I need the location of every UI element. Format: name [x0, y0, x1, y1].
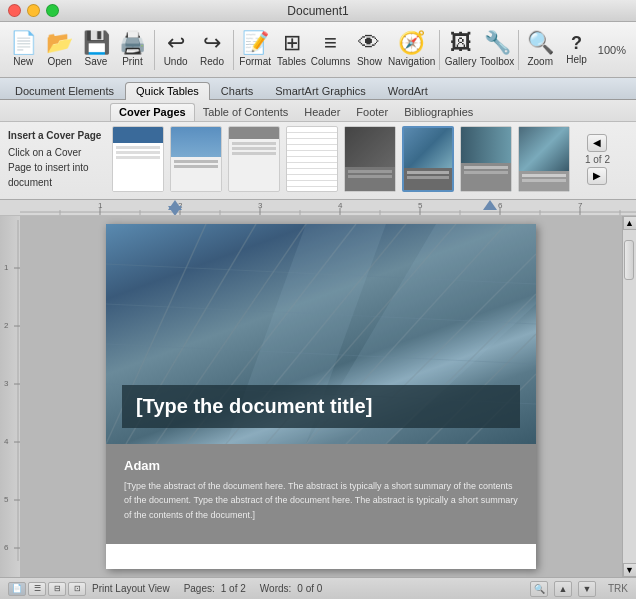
- ribbon-tabs: Document Elements Quick Tables Charts Sm…: [0, 78, 636, 100]
- subtab-bibliographies[interactable]: Bibliographies: [396, 104, 481, 121]
- tab-wordart[interactable]: WordArt: [377, 82, 439, 100]
- svg-text:7: 7: [578, 201, 583, 210]
- gallery-prev-button[interactable]: ◀: [587, 134, 607, 152]
- tab-charts[interactable]: Charts: [210, 82, 264, 100]
- publish-view-button[interactable]: ⊟: [48, 582, 66, 596]
- redo-button[interactable]: ↪ Redo: [195, 26, 229, 74]
- undo-label: Undo: [164, 56, 188, 67]
- gallery-thumb-3[interactable]: [228, 126, 280, 192]
- words-value: 0 of 0: [297, 583, 322, 594]
- undo-button[interactable]: ↩ Undo: [158, 26, 192, 74]
- document-title-overlay: [Type the document title]: [122, 385, 520, 428]
- zoom-label: Zoom: [527, 56, 553, 67]
- help-button[interactable]: ? Help: [559, 26, 593, 74]
- toolbar: 📄 New 📂 Open 💾 Save 🖨️ Print ↩ Undo ↪ Re…: [0, 22, 636, 78]
- focus-view-button[interactable]: ⊡: [68, 582, 86, 596]
- maximize-button[interactable]: [46, 4, 59, 17]
- svg-text:6: 6: [4, 543, 9, 552]
- gallery-icon: 🖼: [450, 32, 472, 54]
- tab-document-elements[interactable]: Document Elements: [4, 82, 125, 100]
- pages-value: 1 of 2: [221, 583, 246, 594]
- columns-button[interactable]: ≡ Columns: [311, 26, 350, 74]
- print-label: Print: [122, 56, 143, 67]
- columns-icon: ≡: [324, 32, 337, 54]
- show-icon: 👁: [358, 32, 380, 54]
- format-icon: 📝: [242, 32, 269, 54]
- help-label: Help: [566, 54, 587, 65]
- toolbox-label: Toolbox: [480, 56, 514, 67]
- save-label: Save: [85, 56, 108, 67]
- svg-text:6: 6: [498, 201, 503, 210]
- document-author: Adam: [124, 458, 518, 473]
- window-title: Document1: [287, 4, 348, 18]
- zoom-button[interactable]: 🔍 Zoom: [523, 26, 557, 74]
- gallery-label: Gallery: [445, 56, 477, 67]
- toolbar-separator-1: [154, 30, 155, 70]
- document-abstract: [Type the abstract of the document here.…: [124, 479, 518, 522]
- gallery-thumb-4[interactable]: [286, 126, 338, 192]
- print-layout-button[interactable]: 📄: [8, 582, 26, 596]
- vertical-ruler: 1 2 3 4 5 6: [0, 216, 20, 577]
- scrollbar-vertical: ▲ ▼: [622, 216, 636, 577]
- gallery-button[interactable]: 🖼 Gallery: [443, 26, 477, 74]
- close-button[interactable]: [8, 4, 21, 17]
- gallery-thumb-7[interactable]: [460, 126, 512, 192]
- ruler: 1 2 3 4 5 6 7: [0, 200, 636, 216]
- gallery-next-button[interactable]: ▶: [587, 167, 607, 185]
- subtab-toc[interactable]: Table of Contents: [195, 104, 297, 121]
- subtab-header[interactable]: Header: [296, 104, 348, 121]
- document-page: [Type the document title] Adam [Type the…: [106, 224, 536, 569]
- svg-text:4: 4: [4, 437, 9, 446]
- navigation-icon: 🧭: [398, 32, 425, 54]
- new-label: New: [13, 56, 33, 67]
- navigation-button[interactable]: 🧭 Navigation: [389, 26, 435, 74]
- scroll-down-button[interactable]: ▼: [623, 563, 637, 577]
- redo-label: Redo: [200, 56, 224, 67]
- subtab-cover-pages[interactable]: Cover Pages: [110, 103, 195, 121]
- scroll-thumb[interactable]: [624, 240, 634, 280]
- print-button[interactable]: 🖨️ Print: [115, 26, 149, 74]
- outline-view-button[interactable]: ☰: [28, 582, 46, 596]
- main-area: 1 2 3 4 5 6: [0, 216, 636, 577]
- tables-button[interactable]: ⊞ Tables: [274, 26, 308, 74]
- nav-down-button[interactable]: ▼: [578, 581, 596, 597]
- toolbox-icon: 🔧: [484, 32, 511, 54]
- format-button[interactable]: 📝 Format: [238, 26, 272, 74]
- gallery-thumb-5[interactable]: [344, 126, 396, 192]
- open-icon: 📂: [46, 32, 73, 54]
- tab-smartart-graphics[interactable]: SmartArt Graphics: [264, 82, 376, 100]
- gallery-area: Cover Pages Table of Contents Header Foo…: [0, 100, 636, 200]
- gallery-subtabs: Cover Pages Table of Contents Header Foo…: [0, 100, 636, 122]
- tables-label: Tables: [277, 56, 306, 67]
- right-indent-marker[interactable]: [483, 200, 497, 210]
- gallery-thumb-8[interactable]: [518, 126, 570, 192]
- minimize-button[interactable]: [27, 4, 40, 17]
- open-button[interactable]: 📂 Open: [42, 26, 76, 74]
- window-controls[interactable]: [8, 4, 59, 17]
- svg-text:5: 5: [4, 495, 9, 504]
- columns-label: Columns: [311, 56, 350, 67]
- print-layout-label: Print Layout View: [92, 583, 170, 594]
- tab-quick-tables[interactable]: Quick Tables: [125, 82, 210, 100]
- gallery-thumb-1[interactable]: [112, 126, 164, 192]
- new-button[interactable]: 📄 New: [6, 26, 40, 74]
- words-label: Words:: [260, 583, 292, 594]
- search-status-button[interactable]: 🔍: [530, 581, 548, 597]
- gallery-thumb-6[interactable]: [402, 126, 454, 192]
- vertical-ruler-svg: 1 2 3 4 5 6: [0, 220, 20, 561]
- scroll-up-button[interactable]: ▲: [623, 216, 637, 230]
- save-button[interactable]: 💾 Save: [79, 26, 113, 74]
- print-icon: 🖨️: [119, 32, 146, 54]
- redo-icon: ↪: [203, 32, 221, 54]
- svg-text:5: 5: [418, 201, 423, 210]
- gallery-thumb-2[interactable]: [170, 126, 222, 192]
- toolbar-separator-3: [439, 30, 440, 70]
- show-button[interactable]: 👁 Show: [352, 26, 386, 74]
- format-label: Format: [239, 56, 271, 67]
- svg-text:4: 4: [338, 201, 343, 210]
- nav-up-button[interactable]: ▲: [554, 581, 572, 597]
- toolbox-button[interactable]: 🔧 Toolbox: [480, 26, 514, 74]
- subtab-footer[interactable]: Footer: [348, 104, 396, 121]
- gallery-instruction-title: Insert a Cover Page: [8, 128, 104, 143]
- new-icon: 📄: [10, 32, 37, 54]
